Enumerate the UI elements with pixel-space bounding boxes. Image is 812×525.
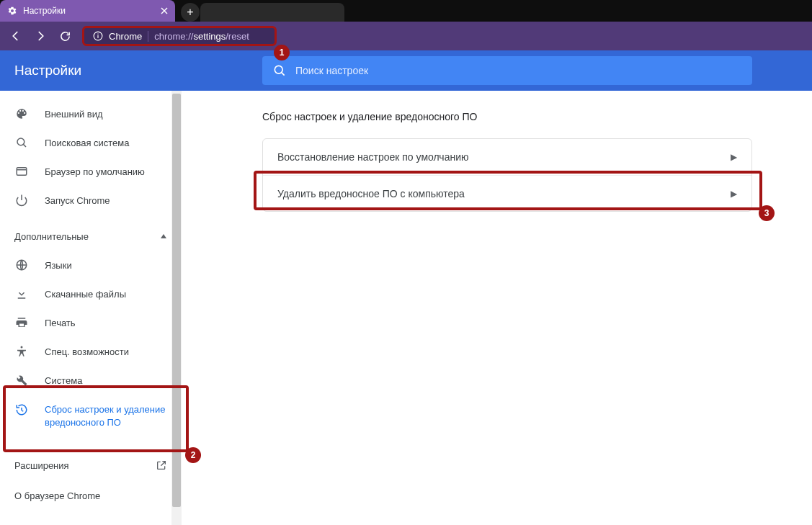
svg-rect-3: [97, 35, 98, 38]
settings-content: Сброс настроек и удаление вредоносного П…: [182, 91, 812, 525]
omnibox-url: chrome://settings/reset: [154, 31, 249, 42]
sidebar-item-downloads[interactable]: Скачанные файлы: [0, 279, 182, 308]
search-icon: [272, 63, 287, 78]
callout-badge-1: 1: [274, 45, 290, 60]
settings-search[interactable]: [262, 56, 752, 85]
settings-gear-icon: [7, 6, 17, 16]
site-info-icon[interactable]: [93, 31, 103, 41]
row-cleanup[interactable]: Удалить вредоносное ПО с компьютера ▶: [263, 175, 751, 211]
tab-title: Настройки: [23, 6, 66, 16]
svg-point-14: [21, 346, 23, 349]
svg-rect-4: [97, 34, 98, 35]
sidebar-item-extensions[interactable]: Расширения: [0, 451, 182, 480]
settings-sidebar: Внешний вид Поисковая система Браузер по…: [0, 91, 182, 525]
callout-badge-3: 3: [759, 205, 775, 221]
sidebar-item-label: Сброс настроек и удаление вредоносного П…: [45, 403, 167, 429]
power-icon: [14, 194, 29, 207]
sidebar-item-label: Языки: [45, 260, 72, 271]
callout-badge-2: 2: [185, 447, 201, 463]
sidebar-item-appearance[interactable]: Внешний вид: [0, 99, 182, 128]
sidebar-item-label: Внешний вид: [45, 109, 103, 120]
chevron-right-icon: ▶: [731, 189, 737, 199]
omnibox-chip: Chrome: [109, 31, 148, 42]
svg-point-5: [275, 66, 282, 73]
sidebar-item-reset[interactable]: Сброс настроек и удаление вредоносного П…: [0, 395, 182, 438]
globe-icon: [14, 259, 29, 272]
browser-toolbar: Chrome chrome://settings/reset: [0, 22, 812, 50]
sidebar-item-print[interactable]: Печать: [0, 308, 182, 337]
new-tab-button[interactable]: +: [181, 3, 200, 22]
tab-strip: Настройки +: [0, 0, 812, 22]
external-link-icon: [156, 459, 167, 471]
sidebar-item-label: Запуск Chrome: [45, 195, 110, 206]
sidebar-item-accessibility[interactable]: Спец. возможности: [0, 337, 182, 366]
sidebar-item-label: Система: [45, 375, 82, 386]
svg-marker-12: [161, 234, 166, 238]
row-label: Восстановление настроек по умолчанию: [277, 151, 468, 163]
sidebar-item-label: Спец. возможности: [45, 346, 129, 357]
section-title: Сброс настроек и удаление вредоносного П…: [262, 111, 783, 122]
page-title: Настройки: [0, 63, 182, 78]
sidebar-item-system[interactable]: Система: [0, 366, 182, 395]
print-icon: [14, 316, 29, 329]
svg-line-6: [282, 73, 285, 76]
reload-button[interactable]: [55, 26, 75, 46]
download-icon: [14, 287, 29, 300]
tab-active[interactable]: Настройки: [0, 0, 175, 22]
svg-line-8: [23, 144, 26, 147]
sidebar-item-languages[interactable]: Языки: [0, 251, 182, 279]
row-label: Удалить вредоносное ПО с компьютера: [277, 188, 465, 199]
settings-card: Восстановление настроек по умолчанию ▶ У…: [262, 138, 752, 212]
svg-rect-9: [17, 168, 27, 176]
forward-button[interactable]: [30, 26, 50, 46]
tab-inactive[interactable]: [200, 3, 344, 22]
sidebar-item-about[interactable]: О браузере Chrome: [0, 481, 182, 510]
sidebar-item-label: Печать: [45, 318, 76, 328]
sidebar-item-default-browser[interactable]: Браузер по умолчанию: [0, 157, 182, 186]
svg-point-7: [17, 138, 24, 145]
sidebar-section-advanced[interactable]: Дополнительные: [0, 222, 182, 251]
settings-header: Настройки: [0, 50, 812, 91]
close-icon[interactable]: [161, 7, 168, 14]
back-button[interactable]: [6, 26, 26, 46]
sidebar-item-label: Поисковая система: [45, 138, 130, 148]
settings-search-input[interactable]: [295, 65, 742, 76]
browser-icon: [14, 165, 29, 178]
address-bar[interactable]: Chrome chrome://settings/reset: [82, 26, 277, 46]
svg-line-16: [22, 410, 23, 412]
scrollbar-thumb[interactable]: [172, 94, 181, 507]
chevron-right-icon: ▶: [731, 152, 737, 162]
sidebar-item-startup[interactable]: Запуск Chrome: [0, 186, 182, 215]
row-reset-defaults[interactable]: Восстановление настроек по умолчанию ▶: [263, 139, 751, 175]
sidebar-item-label: Браузер по умолчанию: [45, 166, 145, 177]
search-icon: [14, 136, 29, 149]
sidebar-item-search-engine[interactable]: Поисковая система: [0, 128, 182, 157]
scrollbar[interactable]: [171, 91, 182, 525]
chevron-up-icon: [160, 233, 167, 240]
palette-icon: [14, 107, 29, 120]
restore-icon: [14, 403, 29, 416]
wrench-icon: [14, 374, 29, 387]
accessibility-icon: [14, 345, 29, 358]
sidebar-item-label: Скачанные файлы: [45, 289, 126, 300]
plus-icon: +: [187, 6, 193, 19]
